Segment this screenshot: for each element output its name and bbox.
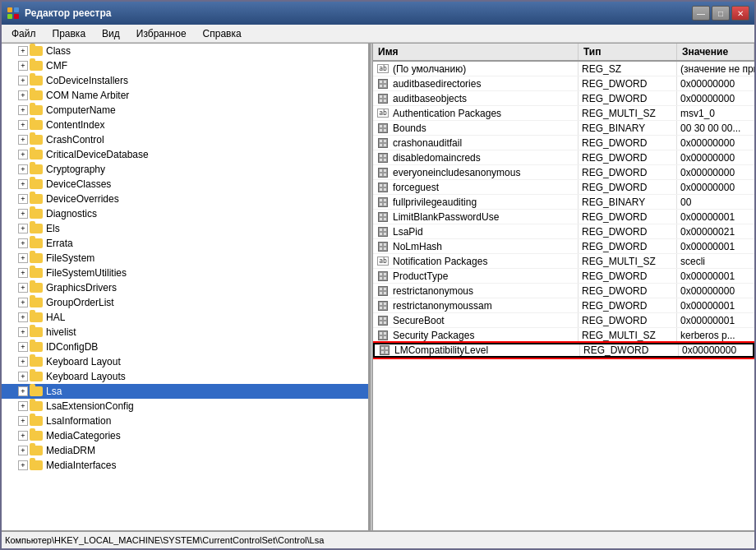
table-header: Имя Тип Значение <box>373 44 754 62</box>
tree-expand-button[interactable]: + <box>18 268 28 278</box>
tree-expand-button[interactable]: + <box>18 105 28 115</box>
tree-expand-button[interactable]: + <box>18 372 28 381</box>
table-row[interactable]: REG_DWORD0x00000000 <box>373 343 754 358</box>
tree-item[interactable]: +IDConfigDB <box>2 340 368 354</box>
table-body[interactable]: ab(По умолчанию)REG_SZ(значение не присв… <box>373 62 754 530</box>
table-row[interactable]: ab(По умолчанию)REG_SZ(значение не присв… <box>373 62 754 76</box>
tree-expand-button[interactable]: + <box>18 446 28 455</box>
tree-expand-button[interactable]: + <box>18 164 28 174</box>
table-row[interactable]: restrictanonymousREG_DWORD0x00000000 <box>373 284 754 298</box>
registry-name-input[interactable] <box>394 344 576 356</box>
tree-expand-button[interactable]: + <box>18 194 28 204</box>
table-row[interactable]: abAuthentication PackagesREG_MULTI_SZmsv… <box>373 106 754 121</box>
minimize-button[interactable]: — <box>692 6 710 21</box>
table-row[interactable]: disabledomaincredsREG_DWORD0x00000000 <box>373 150 754 165</box>
menu-file[interactable]: Файл <box>5 26 43 40</box>
tree-item[interactable]: +GraphicsDrivers <box>2 280 368 295</box>
tree-item[interactable]: +ComputerName <box>2 103 368 118</box>
tree-item[interactable]: +GroupOrderList <box>2 295 368 310</box>
tree-expand-button[interactable]: + <box>18 460 28 470</box>
tree-item[interactable]: +hivelist <box>2 325 368 340</box>
tree-item[interactable]: +Keyboard Layouts <box>2 369 368 384</box>
cell-type: REG_DWORD <box>579 210 677 224</box>
table-row[interactable]: LimitBlankPasswordUseREG_DWORD0x00000001 <box>373 210 754 224</box>
tree-item[interactable]: +LsaExtensionConfig <box>2 399 368 414</box>
tree-expand-button[interactable]: + <box>18 224 28 233</box>
tree-item[interactable]: +FileSystemUtilities <box>2 266 368 280</box>
tree-item[interactable]: +CoDeviceInstallers <box>2 73 368 88</box>
tree-expand-button[interactable]: + <box>18 76 28 86</box>
tree-item[interactable]: +MediaInterfaces <box>2 458 368 473</box>
column-header-value[interactable]: Значение <box>677 44 754 60</box>
tree-expand-button[interactable]: + <box>18 312 28 322</box>
table-row[interactable]: forceguestREG_DWORD0x00000000 <box>373 180 754 195</box>
tree-item[interactable]: +MediaCategories <box>2 428 368 443</box>
tree-expand-button[interactable]: + <box>18 401 28 411</box>
tree-expand-button[interactable]: + <box>18 150 28 159</box>
tree-item[interactable]: +Diagnostics <box>2 206 368 221</box>
table-row[interactable]: NoLmHashREG_DWORD0x00000001 <box>373 239 754 254</box>
tree-item-label: CriticalDeviceDatabase <box>46 149 149 160</box>
tree-expand-button[interactable]: + <box>18 209 28 219</box>
tree-expand-button[interactable]: + <box>18 61 28 71</box>
tree-expand-button[interactable]: + <box>18 238 28 248</box>
table-row[interactable]: abNotification PackagesREG_MULTI_SZscecl… <box>373 254 754 269</box>
table-row[interactable]: BoundsREG_BINARY00 30 00 00... <box>373 121 754 136</box>
tree-item[interactable]: +HAL <box>2 310 368 325</box>
tree-expand-button[interactable]: + <box>18 327 28 337</box>
tree-expand-button[interactable]: + <box>18 90 28 100</box>
tree-expand-button[interactable]: + <box>18 431 28 441</box>
tree-expand-button[interactable]: + <box>18 416 28 426</box>
tree-item[interactable]: +CriticalDeviceDatabase <box>2 147 368 162</box>
tree-item[interactable]: +CMF <box>2 58 368 73</box>
tree-expand-button[interactable]: + <box>18 179 28 189</box>
tree-item[interactable]: +DeviceOverrides <box>2 192 368 206</box>
tree-item[interactable]: +Keyboard Layout <box>2 354 368 369</box>
table-row[interactable]: auditbaseobjectsREG_DWORD0x00000000 <box>373 91 754 106</box>
tree-expand-button[interactable]: + <box>18 342 28 352</box>
tree-expand-button[interactable]: + <box>18 357 28 367</box>
tree-item[interactable]: +Els <box>2 221 368 236</box>
close-button[interactable]: ✕ <box>731 6 749 21</box>
cell-name: crashonauditfail <box>373 136 579 150</box>
tree-expand-button[interactable]: + <box>18 46 28 56</box>
menu-help[interactable]: Справка <box>196 26 248 40</box>
column-header-name[interactable]: Имя <box>373 44 579 60</box>
tree-expand-button[interactable]: + <box>18 386 28 396</box>
tree-expand-button[interactable]: + <box>18 120 28 130</box>
tree-item[interactable]: +ContentIndex <box>2 118 368 132</box>
table-row[interactable]: SecureBootREG_DWORD0x00000001 <box>373 313 754 328</box>
svg-rect-2 <box>7 14 12 19</box>
table-row[interactable]: Security PackagesREG_MULTI_SZkerberos p.… <box>373 328 754 343</box>
table-row[interactable]: crashonauditfailREG_DWORD0x00000000 <box>373 136 754 150</box>
tree-expand-button[interactable]: + <box>18 135 28 145</box>
table-row[interactable]: ProductTypeREG_DWORD0x00000001 <box>373 269 754 284</box>
tree-item[interactable]: +DeviceClasses <box>2 177 368 192</box>
tree-item[interactable]: +Lsa <box>2 384 368 399</box>
tree-item[interactable]: +Errata <box>2 236 368 251</box>
maximize-button[interactable]: □ <box>712 6 730 21</box>
table-row[interactable]: fullprivilegeauditingREG_BINARY00 <box>373 195 754 210</box>
tree-expand-button[interactable]: + <box>18 283 28 293</box>
tree-item[interactable]: +LsaInformation <box>2 414 368 428</box>
tree-expand-button[interactable]: + <box>18 253 28 263</box>
table-row[interactable]: restrictanonymoussamREG_DWORD0x00000001 <box>373 298 754 313</box>
tree-item[interactable]: +Class <box>2 44 368 58</box>
table-row[interactable]: LsaPidREG_DWORD0x00000021 <box>373 224 754 239</box>
menu-favorites[interactable]: Избранное <box>130 26 193 40</box>
column-header-type[interactable]: Тип <box>579 44 677 60</box>
reg-dword-icon <box>376 153 390 163</box>
folder-icon <box>30 386 43 397</box>
table-row[interactable]: auditbasedirectoriesREG_DWORD0x00000000 <box>373 76 754 91</box>
tree-item[interactable]: +MediaDRM <box>2 443 368 458</box>
menu-edit[interactable]: Правка <box>46 26 93 40</box>
tree-item-label: CrashControl <box>46 134 104 146</box>
tree-scroll[interactable]: +Class+CMF+CoDeviceInstallers+COM Name A… <box>2 44 368 530</box>
tree-item[interactable]: +CrashControl <box>2 132 368 147</box>
tree-expand-button[interactable]: + <box>18 298 28 307</box>
tree-item[interactable]: +FileSystem <box>2 251 368 266</box>
menu-view[interactable]: Вид <box>95 26 127 40</box>
tree-item[interactable]: +COM Name Arbiter <box>2 88 368 103</box>
table-row[interactable]: everyoneincludesanonymousREG_DWORD0x0000… <box>373 165 754 180</box>
tree-item[interactable]: +Cryptography <box>2 162 368 177</box>
